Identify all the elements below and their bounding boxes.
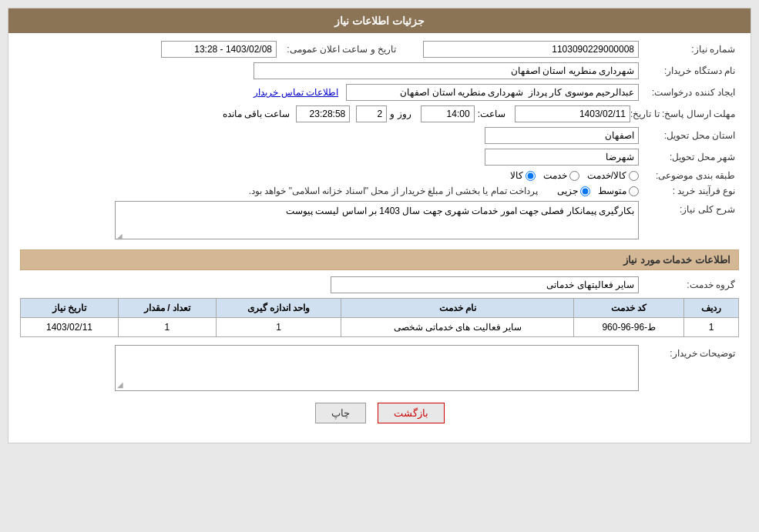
back-button[interactable]: بازگشت xyxy=(378,403,445,423)
category-kala-radio[interactable] xyxy=(526,171,536,181)
table-cell-name: سایر فعالیت های خدماتی شخصی xyxy=(341,318,574,337)
purchase-type-radio-group: متوسط جزیی xyxy=(557,186,639,196)
buyer-desc-box: ◢ xyxy=(115,345,639,391)
purchase-motavasset-item: متوسط xyxy=(598,186,639,196)
city-input[interactable] xyxy=(485,149,639,166)
category-kala-khadamat-radio[interactable] xyxy=(629,171,639,181)
purchase-type-row: نوع فرآیند خرید : متوسط جزیی پرداخت تمام… xyxy=(20,186,739,196)
need-number-row: شماره نیاز: تاریخ و ساعت اعلان عمومی: xyxy=(20,41,739,58)
col-header-name: نام خدمت xyxy=(341,299,574,318)
group-service-label: گروه خدمت: xyxy=(639,279,739,290)
purchase-motavasset-label: متوسط xyxy=(598,186,626,196)
deadline-days-input[interactable] xyxy=(356,105,387,122)
services-table: ردیف کد خدمت نام خدمت واحد اندازه گیری ت… xyxy=(20,298,739,337)
province-label: استان محل تحویل: xyxy=(639,130,739,141)
table-cell-date: 1403/02/11 xyxy=(21,318,119,337)
announce-datetime-input[interactable] xyxy=(161,41,277,58)
services-table-body: 1ط-96-96-960سایر فعالیت های خدماتی شخصی1… xyxy=(21,318,739,337)
page-title: جزئیات اطلاعات نیاز xyxy=(8,8,751,33)
buyer-desc-label: توضیحات خریدار: xyxy=(639,345,739,359)
creator-row: ایجاد کننده درخواست: اطلاعات تماس خریدار xyxy=(20,84,739,101)
buyer-org-label: نام دستگاه خریدار: xyxy=(639,65,739,76)
col-header-radif: ردیف xyxy=(684,299,739,318)
buyer-org-row: نام دستگاه خریدار: xyxy=(20,62,739,79)
description-label: شرح کلی نیاز: xyxy=(639,201,739,215)
deadline-time-label: ساعت: xyxy=(478,109,505,119)
table-cell-quantity: 1 xyxy=(118,318,216,337)
table-cell-unit: 1 xyxy=(216,318,341,337)
creator-input[interactable] xyxy=(346,84,639,101)
buyer-desc-row: توضیحات خریدار: ◢ xyxy=(20,345,739,391)
col-header-unit: واحد اندازه گیری xyxy=(216,299,341,318)
category-kala-label: کالا xyxy=(510,170,523,181)
col-header-code: کد خدمت xyxy=(574,299,684,318)
deadline-days-label: روز و xyxy=(390,109,411,119)
deadline-row: مهلت ارسال پاسخ: تا تاریخ: ساعت: روز و س… xyxy=(20,105,739,122)
services-section-header: اطلاعات خدمات مورد نیاز xyxy=(20,249,739,270)
purchase-type-label: نوع فرآیند خرید : xyxy=(639,186,739,196)
deadline-remain-label: ساعت باقی مانده xyxy=(223,109,291,119)
buyer-desc-resize-icon: ◢ xyxy=(117,380,123,389)
province-row: استان محل تحویل: xyxy=(20,127,739,144)
table-cell-code: ط-96-96-960 xyxy=(574,318,684,337)
purchase-jazii-radio[interactable] xyxy=(580,186,590,196)
resize-icon: ◢ xyxy=(116,232,123,240)
print-button[interactable]: چاپ xyxy=(315,403,366,423)
deadline-date-input[interactable] xyxy=(515,105,630,122)
buttons-row: بازگشت چاپ xyxy=(20,403,739,423)
description-textarea[interactable] xyxy=(115,201,639,239)
services-table-header-row: ردیف کد خدمت نام خدمت واحد اندازه گیری ت… xyxy=(21,299,739,318)
purchase-motavasset-radio[interactable] xyxy=(629,186,639,196)
city-label: شهر محل تحویل: xyxy=(639,152,739,162)
page-content: شماره نیاز: تاریخ و ساعت اعلان عمومی: نا… xyxy=(8,33,751,443)
purchase-jazii-label: جزیی xyxy=(557,186,578,196)
deadline-time-input[interactable] xyxy=(421,105,475,122)
contact-link[interactable]: اطلاعات تماس خریدار xyxy=(254,87,338,98)
group-service-row: گروه خدمت: xyxy=(20,276,739,293)
group-service-input[interactable] xyxy=(331,276,639,293)
category-kala-khadamat-label: کالا/خدمت xyxy=(587,170,626,181)
category-kala-item: کالا xyxy=(510,170,536,181)
creator-label: ایجاد کننده درخواست: xyxy=(639,87,739,98)
need-number-input[interactable] xyxy=(423,41,639,58)
category-khadamat-item: خدمت xyxy=(543,170,579,181)
announce-datetime-label: تاریخ و ساعت اعلان عمومی: xyxy=(277,44,400,55)
buyer-org-input[interactable] xyxy=(254,62,639,79)
table-row: 1ط-96-96-960سایر فعالیت های خدماتی شخصی1… xyxy=(21,318,739,337)
deadline-label: مهلت ارسال پاسخ: تا تاریخ: xyxy=(630,109,739,119)
table-cell-row: 1 xyxy=(684,318,739,337)
category-radio-group: کالا/خدمت خدمت کالا xyxy=(510,170,639,181)
category-khadamat-label: خدمت xyxy=(543,170,567,181)
category-row: طبقه بندی موضوعی: کالا/خدمت خدمت کالا xyxy=(20,170,739,181)
city-row: شهر محل تحویل: xyxy=(20,149,739,166)
deadline-remain-input[interactable] xyxy=(296,105,350,122)
category-khadamat-radio[interactable] xyxy=(569,171,579,181)
main-container: جزئیات اطلاعات نیاز شماره نیاز: تاریخ و … xyxy=(8,8,751,443)
col-header-date: تاریخ نیاز xyxy=(21,299,119,318)
purchase-jazii-item: جزیی xyxy=(557,186,590,196)
need-number-label: شماره نیاز: xyxy=(639,44,739,55)
province-input[interactable] xyxy=(485,127,639,144)
col-header-qty: تعداد / مقدار xyxy=(118,299,216,318)
category-label: طبقه بندی موضوعی: xyxy=(639,170,739,181)
description-row: شرح کلی نیاز: ◢ xyxy=(20,201,739,242)
category-kala-khadamat-item: کالا/خدمت xyxy=(587,170,639,181)
purchase-note: پرداخت تمام یا بخشی از مبلغ خریدار از مح… xyxy=(249,186,538,196)
